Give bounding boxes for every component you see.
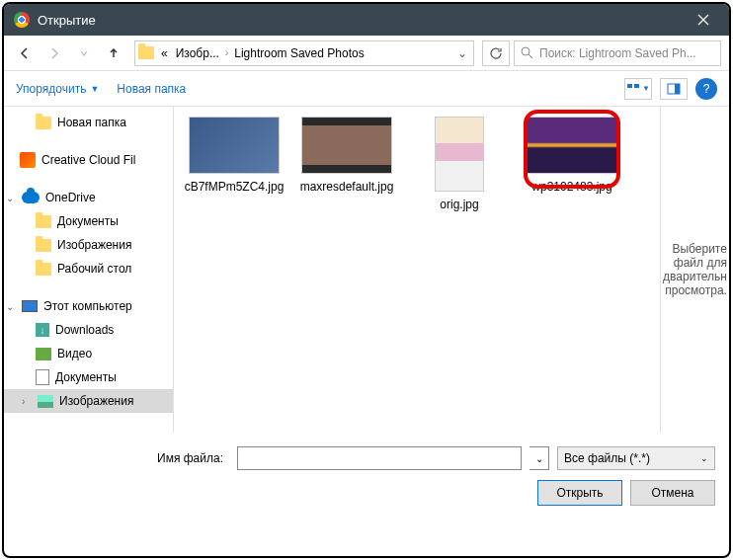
tree-item-label: Новая папка: [57, 116, 126, 129]
tree-item-label: Изображения: [57, 238, 131, 252]
file-label: wp3102483.jpg: [520, 180, 624, 196]
expand-icon[interactable]: ⌄: [6, 193, 16, 203]
vid-icon: [36, 348, 51, 360]
search-placeholder: Поиск: Lightroom Saved Ph...: [539, 46, 696, 60]
tree-item-label: Документы: [55, 370, 117, 384]
svg-rect-2: [634, 84, 639, 88]
tree-item[interactable]: ›Изображения: [4, 389, 173, 413]
file-item[interactable]: maxresdefault.jpg: [294, 117, 399, 196]
organize-menu[interactable]: Упорядочить ▼: [16, 82, 99, 96]
titlebar: Открытие: [4, 4, 729, 36]
close-button[interactable]: [682, 4, 725, 36]
window-title: Открытие: [38, 13, 682, 28]
folder-tree[interactable]: Новая папкаCreative Cloud Fil⌄OneDriveДо…: [4, 107, 174, 433]
cc-icon: [20, 152, 36, 168]
tree-item-label: Этот компьютер: [43, 299, 132, 313]
file-filter-dropdown[interactable]: Все файлы (*.*) ⌄: [557, 446, 715, 470]
file-label: maxresdefault.jpg: [294, 180, 399, 196]
file-thumbnail: [301, 117, 392, 174]
search-icon: [521, 46, 533, 59]
folder-icon: [135, 46, 157, 59]
file-thumbnail: [435, 117, 484, 192]
tree-item[interactable]: Creative Cloud Fil: [4, 148, 173, 172]
tree-item-label: Downloads: [55, 323, 114, 337]
tree-item[interactable]: Документы: [4, 365, 173, 389]
tree-item-label: Creative Cloud Fil: [41, 153, 135, 167]
tree-item[interactable]: Рабочий стол: [4, 257, 173, 280]
file-thumbnail: [527, 117, 617, 174]
breadcrumb-item[interactable]: Lightroom Saved Photos: [230, 46, 367, 60]
pc-icon: [22, 300, 38, 312]
tree-item[interactable]: Новая папка: [4, 111, 173, 134]
chevron-right-icon: ›: [223, 47, 230, 58]
toolbar: Упорядочить ▼ Новая папка ▼ ?: [4, 71, 729, 107]
tree-item-label: Изображения: [59, 394, 133, 408]
folder-icon: [36, 263, 51, 276]
back-button[interactable]: [12, 40, 38, 66]
refresh-button[interactable]: [482, 40, 510, 66]
dl-icon: ↓: [36, 323, 49, 337]
chevron-down-icon[interactable]: ⌄: [451, 46, 473, 60]
tree-item-label: Видео: [57, 347, 92, 360]
filename-input[interactable]: [237, 446, 522, 470]
breadcrumb[interactable]: « Изобр... › Lightroom Saved Photos ⌄: [134, 40, 474, 66]
file-item[interactable]: cB7fMPm5ZC4.jpg: [182, 117, 286, 196]
chevron-down-icon: ⌄: [700, 453, 708, 463]
open-button[interactable]: Открыть: [537, 480, 622, 506]
chrome-icon: [14, 12, 30, 28]
preview-pane-button[interactable]: [660, 78, 688, 100]
tree-item[interactable]: Документы: [4, 209, 173, 233]
img-icon: [38, 395, 53, 408]
tree-item[interactable]: ⌄Этот компьютер: [4, 294, 173, 318]
file-pane[interactable]: cB7fMPm5ZC4.jpgmaxresdefault.jpgorig.jpg…: [174, 107, 660, 433]
help-button[interactable]: ?: [695, 78, 717, 100]
svg-rect-1: [627, 84, 632, 88]
folder-icon: [36, 117, 51, 129]
svg-rect-4: [675, 84, 680, 94]
file-label: cB7fMPm5ZC4.jpg: [182, 180, 286, 196]
tree-item-label: Документы: [57, 214, 119, 228]
chevron-down-icon: ▼: [90, 84, 99, 94]
breadcrumb-item[interactable]: Изобр...: [172, 46, 223, 60]
svg-point-0: [522, 47, 529, 55]
expand-icon[interactable]: ›: [22, 396, 32, 407]
navbar: « Изобр... › Lightroom Saved Photos ⌄ По…: [4, 36, 729, 71]
file-thumbnail: [189, 117, 280, 174]
file-item[interactable]: wp3102483.jpg: [520, 117, 624, 196]
tree-item[interactable]: ⌄OneDrive: [4, 186, 173, 209]
doc-icon: [36, 369, 49, 385]
recent-dropdown[interactable]: [71, 40, 97, 66]
filename-label: Имя файла:: [18, 451, 229, 465]
expand-icon[interactable]: ⌄: [6, 301, 16, 312]
preview-pane: Выберите файл для дварительн просмотра.: [660, 107, 729, 433]
filename-dropdown[interactable]: ⌄: [529, 446, 549, 470]
file-item[interactable]: orig.jpg: [407, 117, 512, 213]
folder-icon: [36, 239, 51, 252]
search-input[interactable]: Поиск: Lightroom Saved Ph...: [514, 40, 721, 66]
breadcrumb-prefix: «: [157, 46, 172, 60]
cancel-button[interactable]: Отмена: [630, 480, 715, 506]
tree-item[interactable]: Видео: [4, 342, 173, 365]
view-options-button[interactable]: ▼: [624, 78, 652, 100]
tree-item[interactable]: Изображения: [4, 233, 173, 257]
forward-button[interactable]: [41, 40, 67, 66]
new-folder-button[interactable]: Новая папка: [117, 82, 186, 96]
tree-item[interactable]: ↓Downloads: [4, 318, 173, 342]
folder-icon: [36, 215, 51, 228]
file-label: orig.jpg: [407, 198, 512, 213]
tree-item-label: OneDrive: [45, 191, 96, 204]
tree-item-label: Рабочий стол: [57, 262, 131, 276]
cloud-icon: [22, 192, 40, 203]
up-button[interactable]: [101, 40, 126, 66]
